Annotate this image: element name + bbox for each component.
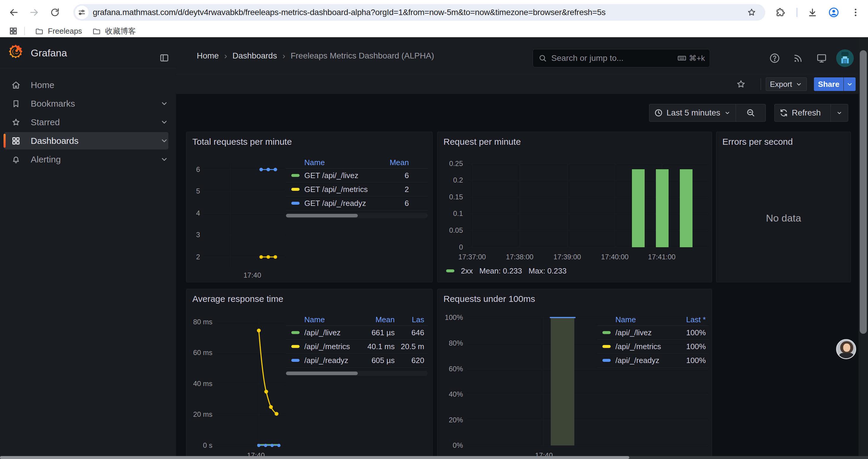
user-avatar[interactable] — [836, 49, 854, 67]
search-icon — [538, 54, 547, 63]
bookmark-folder-freeleaps[interactable]: Freeleaps — [35, 27, 82, 36]
panel-title[interactable]: Errors per second — [722, 137, 793, 147]
time-range-picker[interactable]: Last 5 minutes — [649, 104, 736, 121]
url-bar[interactable]: grafana.mathmast.com/d/deytv4rwavabkb/fr… — [73, 4, 765, 21]
menu-dots-icon[interactable] — [849, 6, 862, 19]
apps-grid-icon[interactable] — [9, 27, 18, 35]
series-name[interactable]: /api/_/metrics — [615, 342, 670, 351]
share-dropdown-button[interactable] — [844, 77, 856, 91]
series-swatch-green — [446, 269, 454, 272]
series-name[interactable]: /api/_/livez — [615, 328, 670, 337]
x-tick: 17:40 — [235, 271, 270, 280]
refresh-group: Refresh — [774, 104, 848, 122]
breadcrumb-separator — [277, 51, 291, 61]
legend-header-last[interactable]: Las — [395, 315, 428, 324]
sidebar-item-starred[interactable]: Starred — [0, 113, 176, 131]
site-settings-icon[interactable] — [75, 6, 89, 19]
horizontal-scrollbar-thumb[interactable] — [0, 456, 629, 459]
chevron-down-icon[interactable] — [159, 136, 169, 146]
floating-assistant-avatar[interactable] — [836, 339, 856, 359]
panel-requests-under-100ms: Requests under 100ms 100% 80% 60% 40% 20… — [437, 289, 712, 459]
export-button[interactable]: Export — [766, 77, 807, 91]
sidebar-nav: Home Bookmarks Starred Dashboards — [0, 76, 176, 169]
x-tick: 17:37:00 — [452, 253, 493, 261]
series-swatch-blue — [602, 359, 611, 362]
x-tick: 17:39:00 — [547, 253, 588, 261]
series-swatch-blue — [291, 202, 300, 205]
legend-row: /api/_/readyz 605 µs 620 — [286, 354, 428, 367]
grafana-logo-icon — [7, 44, 24, 61]
dashboards-grid-icon — [11, 136, 21, 146]
sidebar-header: Grafana — [0, 37, 176, 68]
star-icon — [11, 117, 21, 128]
x-tick: 17:40:00 — [594, 253, 636, 261]
series-name[interactable]: /api/_/readyz — [304, 356, 355, 365]
folder-icon — [35, 27, 44, 35]
chevron-down-icon — [846, 80, 854, 88]
legend-row: /api/_/metrics 100% — [597, 340, 709, 354]
grafana-brand: Grafana — [31, 47, 67, 59]
url-text[interactable]: grafana.mathmast.com/d/deytv4rwavabkb/fr… — [93, 8, 745, 17]
series-swatch-yellow — [291, 188, 300, 191]
series-name[interactable]: /api/_/readyz — [615, 356, 670, 365]
extensions-icon[interactable] — [773, 6, 786, 19]
search-shortcut: ⌘+k — [677, 54, 705, 63]
vertical-scrollbar-thumb[interactable] — [860, 50, 867, 334]
legend-scrollbar-thumb[interactable] — [286, 214, 358, 218]
active-item-accent-bar — [4, 134, 6, 148]
reload-icon[interactable] — [49, 6, 61, 18]
legend-header-name[interactable]: Name — [304, 158, 380, 167]
panel-avg-response-time: Average response time 80 ms 60 ms 40 ms … — [186, 289, 433, 459]
breadcrumb-separator — [219, 51, 232, 61]
share-button[interactable]: Share — [814, 77, 843, 91]
breadcrumb-dashboards[interactable]: Dashboards — [232, 51, 277, 61]
series-name[interactable]: /api/_/metrics — [304, 342, 355, 351]
series-name[interactable]: 2xx — [461, 266, 473, 275]
chevron-down-icon[interactable] — [159, 155, 169, 165]
collapse-sidebar-icon[interactable] — [158, 52, 170, 64]
series-max: Max: 0.233 — [529, 266, 567, 275]
bookmark-folder-blogs[interactable]: 收藏博客 — [92, 26, 136, 36]
series-swatch-green — [291, 331, 300, 334]
downloads-icon[interactable] — [806, 6, 819, 19]
chevron-down-icon[interactable] — [159, 117, 169, 127]
legend-scrollbar-thumb[interactable] — [286, 371, 358, 375]
sidebar-item-alerting[interactable]: Alerting — [0, 150, 176, 169]
legend-row: GET /api/_/livez 6 — [286, 169, 428, 183]
sidebar-item-label: Dashboards — [31, 136, 79, 146]
series-name[interactable]: GET /api/_/livez — [304, 171, 380, 180]
legend-header: Name Mean — [286, 157, 428, 169]
dashboard-actions-row: Export Share — [176, 74, 868, 94]
refresh-interval-dropdown[interactable] — [831, 104, 848, 121]
chevron-down-icon[interactable] — [159, 99, 169, 109]
x-tick: 17:38:00 — [499, 253, 540, 261]
legend-header-mean[interactable]: Mean — [355, 315, 395, 324]
breadcrumb-home[interactable]: Home — [197, 51, 219, 61]
bookmark-star-icon[interactable] — [745, 6, 758, 19]
legend-header-mean[interactable]: Mean — [380, 158, 428, 167]
bookmark-folder-label: 收藏博客 — [105, 26, 136, 36]
zoom-out-button[interactable] — [736, 104, 766, 121]
profile-icon[interactable] — [827, 6, 840, 19]
series-last: 620 — [395, 356, 428, 365]
series-name[interactable]: GET /api/_/metrics — [304, 185, 380, 194]
series-name[interactable]: GET /api/_/readyz — [304, 199, 380, 208]
news-rss-icon[interactable] — [792, 52, 804, 64]
sidebar-item-dashboards[interactable]: Dashboards — [0, 131, 176, 150]
series-name[interactable]: /api/_/livez — [304, 328, 355, 337]
legend-header-name[interactable]: Name — [304, 315, 355, 324]
kiosk-monitor-icon[interactable] — [816, 52, 828, 64]
help-icon[interactable] — [769, 52, 780, 64]
search-input[interactable]: Search or jump to... ⌘+k — [533, 49, 710, 67]
sidebar-item-home[interactable]: Home — [0, 76, 176, 94]
sidebar-item-bookmarks[interactable]: Bookmarks — [0, 94, 176, 113]
forward-icon[interactable] — [28, 6, 40, 18]
legend-header-last[interactable]: Last * — [670, 315, 709, 324]
legend-table: Name Mean Las /api/_/livez 661 µs 646 /a… — [286, 314, 428, 367]
sidebar-item-label: Home — [31, 80, 54, 90]
favorite-star-icon[interactable] — [735, 78, 747, 90]
back-icon[interactable] — [8, 6, 20, 18]
legend-header-name[interactable]: Name — [615, 315, 670, 324]
refresh-button[interactable]: Refresh — [775, 104, 831, 121]
avatar-face — [843, 343, 850, 352]
